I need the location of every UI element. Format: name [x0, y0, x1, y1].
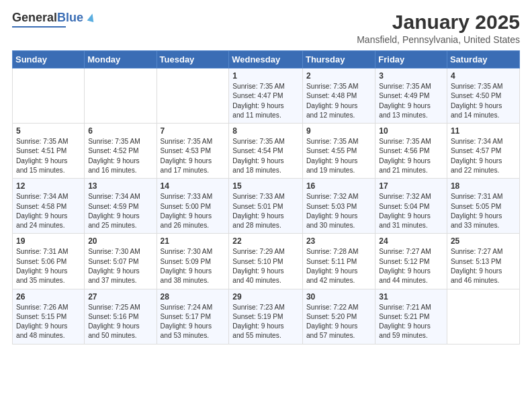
day-number: 6	[88, 126, 152, 136]
day-number: 4	[451, 71, 516, 81]
day-number: 29	[232, 292, 299, 302]
day-cell: 23Sunrise: 7:28 AMSunset: 5:11 PMDayligh…	[302, 234, 375, 289]
weekday-header-friday: Friday	[375, 51, 447, 68]
weekday-header-sunday: Sunday	[13, 51, 85, 68]
day-number: 3	[379, 71, 443, 81]
day-cell: 18Sunrise: 7:31 AMSunset: 5:05 PMDayligh…	[447, 179, 519, 234]
day-number: 13	[88, 181, 152, 191]
day-cell: 7Sunrise: 7:35 AMSunset: 4:53 PMDaylight…	[157, 124, 229, 179]
day-cell: 12Sunrise: 7:34 AMSunset: 4:58 PMDayligh…	[13, 179, 85, 234]
day-info: Sunrise: 7:35 AMSunset: 4:50 PMDaylight:…	[451, 82, 516, 120]
day-info: Sunrise: 7:27 AMSunset: 5:12 PMDaylight:…	[379, 247, 443, 285]
day-info: Sunrise: 7:35 AMSunset: 4:51 PMDaylight:…	[16, 137, 81, 175]
day-number: 12	[16, 181, 81, 191]
day-info: Sunrise: 7:31 AMSunset: 5:05 PMDaylight:…	[451, 192, 516, 230]
day-info: Sunrise: 7:31 AMSunset: 5:06 PMDaylight:…	[16, 247, 81, 285]
main-title: January 2025	[357, 11, 520, 33]
weekday-header-thursday: Thursday	[302, 51, 375, 68]
day-info: Sunrise: 7:35 AMSunset: 4:49 PMDaylight:…	[379, 82, 443, 120]
day-info: Sunrise: 7:30 AMSunset: 5:09 PMDaylight:…	[161, 247, 226, 285]
day-number: 21	[161, 236, 226, 246]
day-info: Sunrise: 7:32 AMSunset: 5:04 PMDaylight:…	[379, 192, 443, 230]
day-cell: 20Sunrise: 7:30 AMSunset: 5:07 PMDayligh…	[85, 234, 157, 289]
day-number: 30	[306, 292, 371, 302]
day-info: Sunrise: 7:25 AMSunset: 5:16 PMDaylight:…	[88, 303, 152, 341]
day-info: Sunrise: 7:34 AMSunset: 4:58 PMDaylight:…	[16, 192, 81, 230]
day-number: 20	[88, 236, 152, 246]
calendar: SundayMondayTuesdayWednesdayThursdayFrid…	[12, 50, 520, 345]
day-cell: 24Sunrise: 7:27 AMSunset: 5:12 PMDayligh…	[375, 234, 447, 289]
logo: GeneralBlue	[12, 11, 97, 28]
page: GeneralBlue January 2025 Mansfield, Penn…	[0, 0, 532, 351]
day-info: Sunrise: 7:30 AMSunset: 5:07 PMDaylight:…	[88, 247, 152, 285]
day-cell: 19Sunrise: 7:31 AMSunset: 5:06 PMDayligh…	[13, 234, 85, 289]
day-number: 22	[232, 236, 299, 246]
day-info: Sunrise: 7:22 AMSunset: 5:20 PMDaylight:…	[306, 303, 371, 341]
day-info: Sunrise: 7:35 AMSunset: 4:48 PMDaylight:…	[306, 82, 371, 120]
day-cell: 22Sunrise: 7:29 AMSunset: 5:10 PMDayligh…	[229, 234, 303, 289]
day-cell: 10Sunrise: 7:35 AMSunset: 4:56 PMDayligh…	[375, 124, 447, 179]
day-info: Sunrise: 7:24 AMSunset: 5:17 PMDaylight:…	[161, 303, 226, 341]
header: GeneralBlue January 2025 Mansfield, Penn…	[12, 11, 520, 45]
day-info: Sunrise: 7:35 AMSunset: 4:56 PMDaylight:…	[379, 137, 443, 175]
day-cell: 17Sunrise: 7:32 AMSunset: 5:04 PMDayligh…	[375, 179, 447, 234]
day-cell: 5Sunrise: 7:35 AMSunset: 4:51 PMDaylight…	[13, 124, 85, 179]
day-cell: 6Sunrise: 7:35 AMSunset: 4:52 PMDaylight…	[85, 124, 157, 179]
week-row-2: 5Sunrise: 7:35 AMSunset: 4:51 PMDaylight…	[13, 124, 520, 179]
day-cell: 11Sunrise: 7:34 AMSunset: 4:57 PMDayligh…	[447, 124, 519, 179]
week-row-4: 19Sunrise: 7:31 AMSunset: 5:06 PMDayligh…	[13, 234, 520, 289]
day-number: 7	[161, 126, 226, 136]
day-number: 23	[306, 236, 371, 246]
day-info: Sunrise: 7:35 AMSunset: 4:52 PMDaylight:…	[88, 137, 152, 175]
week-row-1: 1Sunrise: 7:35 AMSunset: 4:47 PMDaylight…	[13, 68, 520, 124]
logo-general: General	[12, 11, 57, 25]
logo-underline	[12, 26, 66, 28]
weekday-header-row: SundayMondayTuesdayWednesdayThursdayFrid…	[13, 51, 520, 68]
day-info: Sunrise: 7:28 AMSunset: 5:11 PMDaylight:…	[306, 247, 371, 285]
day-cell: 31Sunrise: 7:21 AMSunset: 5:21 PMDayligh…	[375, 289, 447, 344]
day-info: Sunrise: 7:27 AMSunset: 5:13 PMDaylight:…	[451, 247, 516, 285]
subtitle: Mansfield, Pennsylvania, United States	[357, 34, 520, 45]
week-row-3: 12Sunrise: 7:34 AMSunset: 4:58 PMDayligh…	[13, 179, 520, 234]
day-number: 14	[161, 181, 226, 191]
day-cell: 14Sunrise: 7:33 AMSunset: 5:00 PMDayligh…	[157, 179, 229, 234]
logo-blue: Blue	[57, 11, 83, 25]
day-info: Sunrise: 7:34 AMSunset: 4:57 PMDaylight:…	[451, 137, 516, 175]
day-info: Sunrise: 7:35 AMSunset: 4:47 PMDaylight:…	[232, 82, 299, 120]
svg-marker-0	[87, 13, 96, 22]
day-info: Sunrise: 7:35 AMSunset: 4:54 PMDaylight:…	[232, 137, 299, 175]
day-number: 17	[379, 181, 443, 191]
day-number: 2	[306, 71, 371, 81]
day-cell: 16Sunrise: 7:32 AMSunset: 5:03 PMDayligh…	[302, 179, 375, 234]
day-number: 19	[16, 236, 81, 246]
day-cell	[13, 68, 85, 124]
day-info: Sunrise: 7:35 AMSunset: 4:53 PMDaylight:…	[161, 137, 226, 175]
weekday-header-saturday: Saturday	[447, 51, 519, 68]
day-cell	[85, 68, 157, 124]
day-cell: 4Sunrise: 7:35 AMSunset: 4:50 PMDaylight…	[447, 68, 519, 124]
day-number: 10	[379, 126, 443, 136]
day-cell: 2Sunrise: 7:35 AMSunset: 4:48 PMDaylight…	[302, 68, 375, 124]
weekday-header-tuesday: Tuesday	[157, 51, 229, 68]
day-cell: 3Sunrise: 7:35 AMSunset: 4:49 PMDaylight…	[375, 68, 447, 124]
title-section: January 2025 Mansfield, Pennsylvania, Un…	[357, 11, 520, 45]
weekday-header-monday: Monday	[85, 51, 157, 68]
day-number: 25	[451, 236, 516, 246]
day-number: 8	[232, 126, 299, 136]
day-info: Sunrise: 7:34 AMSunset: 4:59 PMDaylight:…	[88, 192, 152, 230]
day-cell	[157, 68, 229, 124]
day-cell: 27Sunrise: 7:25 AMSunset: 5:16 PMDayligh…	[85, 289, 157, 344]
weekday-header-wednesday: Wednesday	[229, 51, 303, 68]
day-number: 31	[379, 292, 443, 302]
day-info: Sunrise: 7:35 AMSunset: 4:55 PMDaylight:…	[306, 137, 371, 175]
day-number: 18	[451, 181, 516, 191]
day-info: Sunrise: 7:33 AMSunset: 5:01 PMDaylight:…	[232, 192, 299, 230]
day-cell: 21Sunrise: 7:30 AMSunset: 5:09 PMDayligh…	[157, 234, 229, 289]
day-cell: 28Sunrise: 7:24 AMSunset: 5:17 PMDayligh…	[157, 289, 229, 344]
day-number: 28	[161, 292, 226, 302]
logo-text: GeneralBlue	[12, 11, 97, 25]
day-info: Sunrise: 7:26 AMSunset: 5:15 PMDaylight:…	[16, 303, 81, 341]
day-number: 15	[232, 181, 299, 191]
day-number: 5	[16, 126, 81, 136]
day-cell: 1Sunrise: 7:35 AMSunset: 4:47 PMDaylight…	[229, 68, 303, 124]
